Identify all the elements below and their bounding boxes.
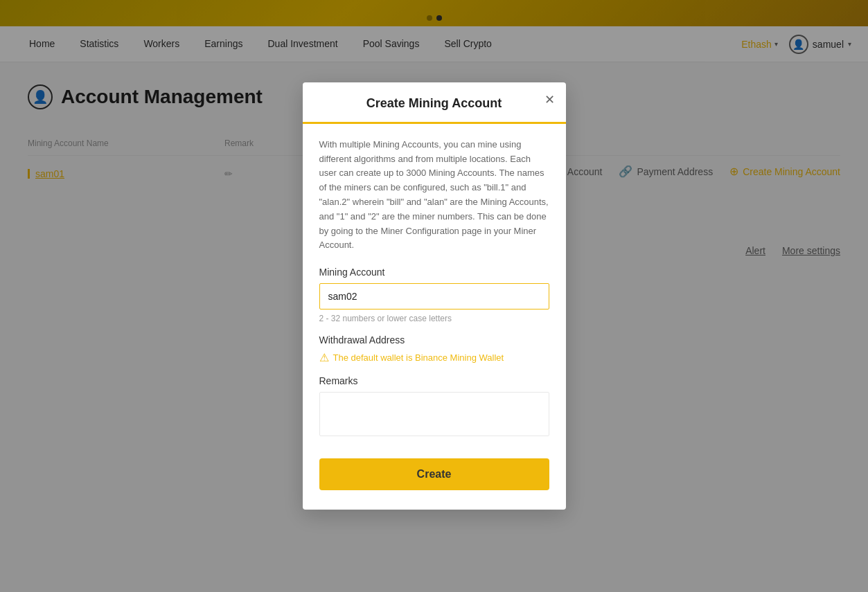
modal-title: Create Mining Account [319,96,549,111]
modal-header: Create Mining Account ✕ [303,82,566,124]
modal-close-button[interactable]: ✕ [544,93,555,106]
withdrawal-warning-text: The default wallet is Binance Mining Wal… [333,352,504,363]
modal-description: With multiple Mining Accounts, you can m… [319,138,549,253]
mining-account-field: Mining Account 2 - 32 numbers or lower c… [319,267,549,323]
modal: Create Mining Account ✕ With multiple Mi… [303,82,566,510]
create-button[interactable]: Create [319,458,549,490]
remarks-field: Remarks [319,375,549,439]
mining-account-hint: 2 - 32 numbers or lower case letters [319,314,549,323]
mining-account-input[interactable] [319,283,549,310]
remarks-label: Remarks [319,375,549,386]
withdrawal-address-label: Withdrawal Address [319,334,549,346]
remarks-input[interactable] [319,392,549,436]
warning-icon: ⚠ [319,351,329,364]
withdrawal-warning: ⚠ The default wallet is Binance Mining W… [319,351,549,364]
mining-account-label: Mining Account [319,267,549,278]
modal-overlay: Create Mining Account ✕ With multiple Mi… [0,0,868,592]
withdrawal-address-field: Withdrawal Address ⚠ The default wallet … [319,334,549,364]
modal-body: With multiple Mining Accounts, you can m… [303,124,566,510]
